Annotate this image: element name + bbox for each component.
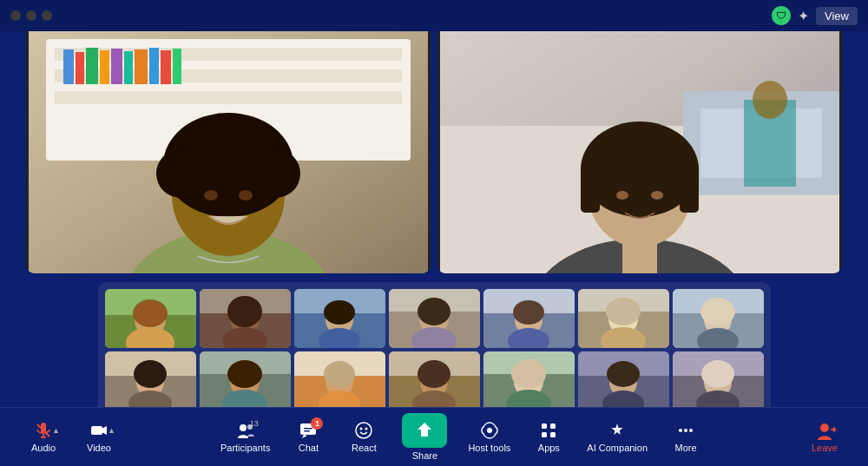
audio-button[interactable]: ▲ Audio bbox=[17, 417, 69, 456]
svg-rect-15 bbox=[173, 49, 181, 84]
main-content bbox=[0, 31, 868, 407]
svg-point-100 bbox=[511, 359, 546, 389]
svg-rect-8 bbox=[86, 48, 98, 84]
svg-point-24 bbox=[204, 190, 218, 200]
window-controls[interactable] bbox=[10, 10, 52, 21]
svg-point-95 bbox=[418, 360, 450, 388]
svg-point-116 bbox=[240, 424, 247, 431]
video-chevron: ▲ bbox=[108, 426, 115, 435]
svg-point-65 bbox=[513, 300, 544, 325]
svg-rect-120 bbox=[304, 430, 310, 432]
minimize-dot[interactable] bbox=[26, 10, 36, 21]
view-button[interactable]: View bbox=[816, 7, 858, 25]
apps-button[interactable]: Apps bbox=[523, 417, 575, 456]
host-tools-label: Host tools bbox=[468, 443, 510, 453]
audio-icon: ▲ bbox=[34, 421, 53, 440]
leave-label: Leave bbox=[812, 443, 838, 453]
thumb-participant-9[interactable] bbox=[200, 351, 291, 410]
thumb-participant-6[interactable] bbox=[578, 289, 669, 348]
react-button[interactable]: React bbox=[338, 417, 390, 456]
thumb-participant-11[interactable] bbox=[389, 351, 480, 410]
svg-rect-7 bbox=[76, 52, 84, 84]
thumb-participant-1[interactable] bbox=[105, 289, 196, 348]
chat-button[interactable]: 1 Chat bbox=[282, 417, 334, 456]
host-tools-icon bbox=[480, 421, 499, 440]
svg-point-131 bbox=[679, 429, 682, 432]
chat-label: Chat bbox=[299, 443, 319, 453]
apps-icon bbox=[539, 421, 558, 440]
svg-point-122 bbox=[360, 428, 363, 430]
ai-companion-icon bbox=[608, 421, 627, 440]
share-button[interactable]: Share bbox=[393, 410, 456, 464]
svg-rect-127 bbox=[550, 423, 556, 429]
thumb-participant-2[interactable] bbox=[200, 289, 291, 348]
main-video-grid bbox=[26, 22, 842, 273]
share-icon bbox=[402, 413, 447, 448]
svg-point-55 bbox=[324, 300, 355, 325]
thumb-participant-4[interactable] bbox=[389, 289, 480, 348]
svg-rect-128 bbox=[542, 432, 547, 437]
thumb-row-2 bbox=[105, 351, 764, 410]
audio-label: Audio bbox=[31, 443, 56, 453]
toolbar-center: 13 Participants 1 Chat bbox=[212, 410, 712, 464]
svg-point-133 bbox=[689, 429, 693, 432]
svg-point-50 bbox=[227, 296, 262, 327]
thumb-participant-8[interactable] bbox=[105, 351, 196, 410]
titlebar-right: 🛡 ✦ View bbox=[772, 6, 858, 25]
svg-point-132 bbox=[684, 429, 687, 432]
more-button[interactable]: More bbox=[660, 417, 712, 456]
svg-rect-126 bbox=[542, 423, 547, 429]
svg-rect-115 bbox=[91, 426, 102, 435]
svg-rect-12 bbox=[135, 49, 148, 84]
svg-rect-5 bbox=[55, 91, 402, 104]
thumb-participant-3[interactable] bbox=[294, 289, 385, 348]
video-label: Video bbox=[87, 443, 111, 453]
star-icon[interactable]: ✦ bbox=[798, 8, 809, 24]
svg-point-85 bbox=[227, 360, 262, 388]
svg-point-23 bbox=[207, 128, 250, 172]
toolbar-left: ▲ Audio ▲ Video bbox=[17, 417, 125, 456]
svg-rect-14 bbox=[161, 50, 171, 84]
thumb-participant-13[interactable] bbox=[578, 351, 669, 410]
svg-point-125 bbox=[487, 428, 492, 433]
toolbar-right: Leave bbox=[799, 417, 851, 456]
thumb-participant-7[interactable] bbox=[673, 289, 764, 348]
svg-point-123 bbox=[365, 428, 368, 430]
participants-icon: 13 bbox=[236, 421, 255, 440]
svg-point-90 bbox=[324, 361, 355, 387]
video-icon: ▲ bbox=[89, 421, 108, 440]
chat-icon: 1 bbox=[299, 421, 318, 440]
thumb-participant-10[interactable] bbox=[294, 351, 385, 410]
svg-point-105 bbox=[607, 361, 640, 387]
thumb-participant-12[interactable] bbox=[483, 351, 575, 410]
close-dot[interactable] bbox=[10, 10, 21, 21]
ai-companion-button[interactable]: AI Companion bbox=[578, 417, 656, 456]
maximize-dot[interactable] bbox=[42, 10, 52, 21]
thumbnail-strip-container bbox=[98, 282, 771, 417]
more-label: More bbox=[675, 443, 697, 453]
react-label: React bbox=[352, 443, 377, 453]
video-button[interactable]: ▲ Video bbox=[73, 417, 125, 456]
more-icon bbox=[676, 421, 695, 440]
svg-point-38 bbox=[651, 191, 663, 200]
svg-point-45 bbox=[133, 299, 168, 327]
svg-point-70 bbox=[606, 298, 641, 325]
participants-button[interactable]: 13 Participants bbox=[212, 417, 279, 456]
svg-rect-11 bbox=[124, 51, 133, 84]
svg-point-25 bbox=[239, 190, 253, 200]
video-tile-1[interactable] bbox=[26, 22, 431, 273]
svg-point-121 bbox=[356, 423, 372, 438]
leave-button[interactable]: Leave bbox=[799, 417, 851, 456]
thumb-participant-14[interactable] bbox=[673, 351, 764, 410]
svg-point-40 bbox=[753, 81, 787, 119]
svg-rect-6 bbox=[63, 49, 74, 84]
apps-label: Apps bbox=[538, 443, 560, 453]
share-label: Share bbox=[412, 450, 437, 461]
host-tools-button[interactable]: Host tools bbox=[459, 417, 519, 456]
svg-rect-36 bbox=[586, 156, 694, 180]
video-tile-2[interactable] bbox=[437, 22, 842, 273]
thumb-row-1 bbox=[105, 289, 764, 348]
thumb-participant-5[interactable] bbox=[483, 289, 575, 348]
svg-point-75 bbox=[700, 298, 735, 325]
svg-point-110 bbox=[701, 360, 734, 388]
